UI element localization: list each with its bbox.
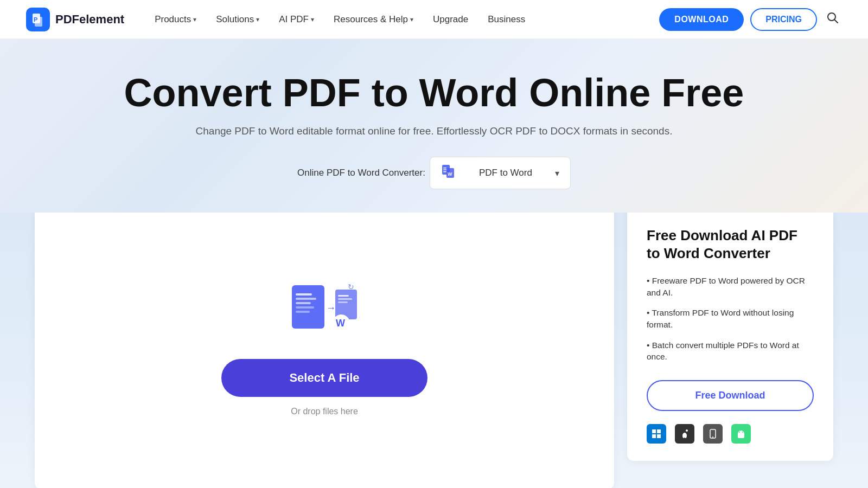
nav-item-products[interactable]: Products ▾ [146,10,205,29]
nav-products-label: Products [155,14,191,25]
svg-rect-26 [657,429,661,433]
nav-resources-chevron: ▾ [410,16,413,23]
dropdown-chevron-icon: ▾ [555,168,559,178]
nav-resources-label: Resources & Help [334,14,408,25]
svg-text:P: P [34,16,37,23]
pdf-to-word-illustration: → W ↻ [289,280,360,339]
nav-item-aipdf[interactable]: AI PDF ▾ [270,10,323,29]
svg-rect-21 [338,301,348,303]
svg-rect-12 [296,293,312,296]
nav-business-label: Business [488,14,525,25]
svg-rect-14 [296,302,311,304]
nav-products-chevron: ▾ [193,16,196,23]
svg-rect-18 [335,290,357,319]
feature-item-3: • Batch convert multiple PDFs to Word at… [647,339,814,363]
mac-icon [675,424,694,444]
nav-item-solutions[interactable]: Solutions ▾ [207,10,268,29]
svg-rect-28 [657,434,661,438]
nav-aipdf-chevron: ▾ [311,16,314,23]
converter-selector: Online PDF to Word Converter: W PDF to W… [297,157,571,189]
nav-links: Products ▾ Solutions ▾ AI PDF ▾ Resource… [146,10,659,29]
nav-upgrade-label: Upgrade [433,14,468,25]
svg-text:↻: ↻ [348,282,354,291]
feature-list: • Freeware PDF to Word powered by OCR an… [647,275,814,363]
converter-pdf-icon: W [441,164,456,182]
nav-item-resources[interactable]: Resources & Help ▾ [325,10,422,29]
ios-icon [703,424,723,444]
svg-rect-27 [652,434,656,438]
svg-rect-19 [338,295,349,297]
svg-text:W: W [448,171,452,177]
search-button[interactable] [824,9,842,30]
download-button[interactable]: DOWNLOAD [659,8,744,31]
feature-item-2: • Transform PDF to Word without losing f… [647,307,814,330]
svg-point-32 [742,432,743,433]
svg-rect-15 [296,306,314,309]
svg-line-4 [835,20,838,23]
free-download-button[interactable]: Free Download [647,380,814,411]
nav-solutions-chevron: ▾ [256,16,259,23]
android-icon [731,424,751,444]
svg-rect-6 [443,168,446,169]
feature-item-1: • Freeware PDF to Word powered by OCR an… [647,275,814,298]
upload-icon-area: → W ↻ [289,280,360,342]
svg-point-31 [739,432,740,433]
converter-label: Online PDF to Word Converter: [297,168,425,178]
logo-icon: P [26,8,50,31]
nav-aipdf-label: AI PDF [279,14,309,25]
svg-text:→: → [326,303,336,313]
converter-dropdown-text: PDF to Word [462,168,550,178]
svg-rect-25 [652,429,656,433]
nav-item-upgrade[interactable]: Upgrade [424,10,477,29]
select-file-button[interactable]: Select A File [221,359,427,397]
nav-solutions-label: Solutions [216,14,254,25]
download-panel: Free Download AI PDF to Word Converter •… [627,207,833,461]
upload-panel: → W ↻ Select A File Or drop files here [35,207,614,488]
svg-rect-16 [296,311,310,313]
download-panel-title: Free Download AI PDF to Word Converter [647,227,814,262]
svg-rect-8 [443,171,446,172]
converter-dropdown[interactable]: W PDF to Word ▾ [430,157,571,189]
nav-actions: DOWNLOAD PRICING [659,8,842,31]
search-icon [827,12,839,24]
pricing-button[interactable]: PRICING [750,8,817,31]
drop-files-label: Or drop files here [291,407,358,416]
hero-subtitle: Change PDF to Word editable format onlin… [26,125,842,137]
svg-text:W: W [336,318,345,329]
brand-name: PDFelement [55,12,124,27]
svg-rect-13 [296,298,316,300]
logo-link[interactable]: P PDFelement [26,8,124,31]
main-content: → W ↻ Select A File Or drop files here F… [0,213,868,488]
platform-icons [647,424,814,444]
nav-item-business[interactable]: Business [479,10,534,29]
hero-title: Convert PDF to Word Online Free [26,72,842,114]
navbar: P PDFelement Products ▾ Solutions ▾ AI P… [0,0,868,39]
windows-icon [647,424,666,444]
svg-rect-20 [338,298,352,300]
hero-section: Convert PDF to Word Online Free Change P… [0,39,868,213]
svg-point-30 [712,436,713,438]
